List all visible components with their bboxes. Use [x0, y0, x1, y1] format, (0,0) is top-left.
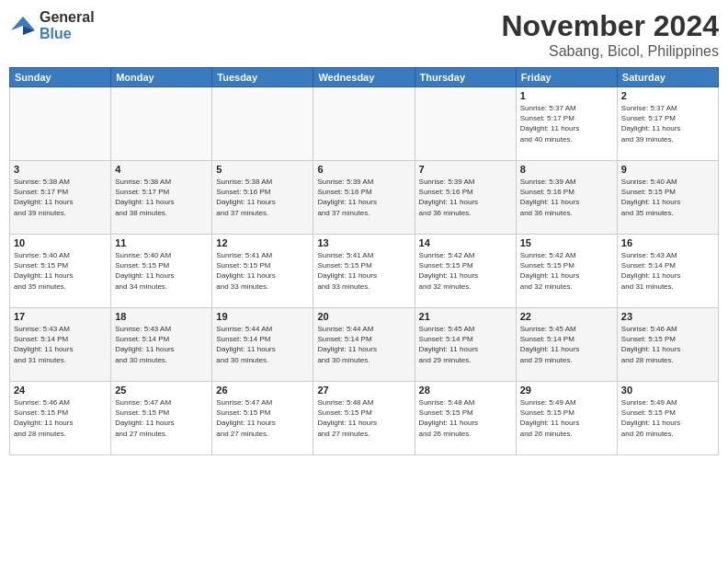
day-number: 24 [14, 385, 107, 396]
day-number: 22 [520, 311, 613, 322]
day-number: 21 [419, 311, 512, 322]
day-number: 7 [419, 164, 512, 175]
day-detail: Sunrise: 5:39 AM Sunset: 5:16 PM Dayligh… [419, 177, 512, 218]
day-number: 4 [115, 164, 208, 175]
day-number: 12 [216, 237, 309, 248]
col-saturday: Saturday [617, 68, 718, 87]
main-title: November 2024 [501, 9, 719, 43]
calendar-cell: 1Sunrise: 5:37 AM Sunset: 5:17 PM Daylig… [516, 87, 617, 161]
calendar-cell: 6Sunrise: 5:39 AM Sunset: 5:16 PM Daylig… [313, 161, 415, 235]
day-detail: Sunrise: 5:44 AM Sunset: 5:14 PM Dayligh… [216, 324, 309, 365]
day-number: 20 [317, 311, 410, 322]
day-detail: Sunrise: 5:39 AM Sunset: 5:16 PM Dayligh… [317, 177, 410, 218]
calendar-cell: 19Sunrise: 5:44 AM Sunset: 5:14 PM Dayli… [212, 308, 313, 382]
calendar-cell: 11Sunrise: 5:40 AM Sunset: 5:15 PM Dayli… [111, 235, 212, 308]
day-detail: Sunrise: 5:41 AM Sunset: 5:15 PM Dayligh… [317, 250, 410, 292]
day-number: 14 [419, 237, 512, 248]
calendar-cell: 3Sunrise: 5:38 AM Sunset: 5:17 PM Daylig… [10, 161, 111, 235]
day-detail: Sunrise: 5:37 AM Sunset: 5:17 PM Dayligh… [621, 103, 714, 144]
day-detail: Sunrise: 5:38 AM Sunset: 5:16 PM Dayligh… [216, 177, 309, 218]
day-detail: Sunrise: 5:37 AM Sunset: 5:17 PM Dayligh… [520, 103, 613, 144]
day-number: 13 [317, 237, 410, 248]
day-number: 1 [520, 90, 613, 101]
day-detail: Sunrise: 5:38 AM Sunset: 5:17 PM Dayligh… [115, 177, 208, 218]
calendar-cell: 25Sunrise: 5:47 AM Sunset: 5:15 PM Dayli… [111, 382, 212, 455]
calendar-cell [111, 87, 212, 161]
calendar-cell: 7Sunrise: 5:39 AM Sunset: 5:16 PM Daylig… [415, 161, 516, 235]
calendar-cell: 26Sunrise: 5:47 AM Sunset: 5:15 PM Dayli… [212, 382, 313, 455]
col-wednesday: Wednesday [313, 68, 415, 87]
day-detail: Sunrise: 5:47 AM Sunset: 5:15 PM Dayligh… [216, 397, 309, 439]
calendar-week-4: 17Sunrise: 5:43 AM Sunset: 5:14 PM Dayli… [10, 308, 719, 382]
day-detail: Sunrise: 5:43 AM Sunset: 5:14 PM Dayligh… [621, 250, 714, 292]
day-number: 28 [419, 385, 512, 396]
day-detail: Sunrise: 5:42 AM Sunset: 5:15 PM Dayligh… [520, 250, 613, 292]
logo-text: General Blue [40, 9, 95, 42]
day-detail: Sunrise: 5:48 AM Sunset: 5:15 PM Dayligh… [317, 397, 410, 439]
calendar-week-2: 3Sunrise: 5:38 AM Sunset: 5:17 PM Daylig… [10, 161, 719, 235]
day-detail: Sunrise: 5:41 AM Sunset: 5:15 PM Dayligh… [216, 250, 309, 292]
title-block: November 2024 Sabang, Bicol, Philippines [501, 9, 719, 60]
calendar-cell: 29Sunrise: 5:49 AM Sunset: 5:15 PM Dayli… [516, 382, 617, 455]
page: General Blue November 2024 Sabang, Bicol… [0, 0, 728, 563]
calendar-cell: 4Sunrise: 5:38 AM Sunset: 5:17 PM Daylig… [111, 161, 212, 235]
calendar-cell: 12Sunrise: 5:41 AM Sunset: 5:15 PM Dayli… [212, 235, 313, 308]
day-number: 19 [216, 311, 309, 322]
calendar-cell: 23Sunrise: 5:46 AM Sunset: 5:15 PM Dayli… [617, 308, 718, 382]
day-detail: Sunrise: 5:47 AM Sunset: 5:15 PM Dayligh… [115, 397, 208, 439]
header: General Blue November 2024 Sabang, Bicol… [9, 9, 719, 60]
day-number: 15 [520, 237, 613, 248]
calendar-cell: 27Sunrise: 5:48 AM Sunset: 5:15 PM Dayli… [313, 382, 415, 455]
day-detail: Sunrise: 5:44 AM Sunset: 5:14 PM Dayligh… [317, 324, 410, 365]
calendar-cell: 20Sunrise: 5:44 AM Sunset: 5:14 PM Dayli… [313, 308, 415, 382]
calendar-cell: 21Sunrise: 5:45 AM Sunset: 5:14 PM Dayli… [415, 308, 516, 382]
calendar: Sunday Monday Tuesday Wednesday Thursday… [9, 67, 719, 455]
day-number: 26 [216, 385, 309, 396]
calendar-cell [212, 87, 313, 161]
col-thursday: Thursday [415, 68, 516, 87]
day-number: 30 [621, 385, 714, 396]
calendar-cell: 17Sunrise: 5:43 AM Sunset: 5:14 PM Dayli… [10, 308, 111, 382]
day-number: 23 [621, 311, 714, 322]
calendar-cell: 2Sunrise: 5:37 AM Sunset: 5:17 PM Daylig… [617, 87, 718, 161]
logo-name: General Blue [9, 9, 95, 42]
day-detail: Sunrise: 5:43 AM Sunset: 5:14 PM Dayligh… [14, 324, 107, 365]
day-number: 5 [216, 164, 309, 175]
calendar-cell: 14Sunrise: 5:42 AM Sunset: 5:15 PM Dayli… [415, 235, 516, 308]
calendar-cell: 30Sunrise: 5:49 AM Sunset: 5:15 PM Dayli… [617, 382, 718, 455]
calendar-cell: 8Sunrise: 5:39 AM Sunset: 5:16 PM Daylig… [516, 161, 617, 235]
day-detail: Sunrise: 5:40 AM Sunset: 5:15 PM Dayligh… [14, 250, 107, 292]
day-detail: Sunrise: 5:38 AM Sunset: 5:17 PM Dayligh… [14, 177, 107, 218]
col-tuesday: Tuesday [212, 68, 313, 87]
day-number: 6 [317, 164, 410, 175]
subtitle: Sabang, Bicol, Philippines [501, 43, 719, 60]
day-detail: Sunrise: 5:43 AM Sunset: 5:14 PM Dayligh… [115, 324, 208, 365]
day-detail: Sunrise: 5:40 AM Sunset: 5:15 PM Dayligh… [115, 250, 208, 292]
day-detail: Sunrise: 5:49 AM Sunset: 5:15 PM Dayligh… [621, 397, 714, 439]
day-number: 2 [621, 90, 714, 101]
logo-icon [9, 12, 37, 40]
calendar-cell: 22Sunrise: 5:45 AM Sunset: 5:14 PM Dayli… [516, 308, 617, 382]
day-number: 11 [115, 237, 208, 248]
day-number: 18 [115, 311, 208, 322]
calendar-cell: 5Sunrise: 5:38 AM Sunset: 5:16 PM Daylig… [212, 161, 313, 235]
day-detail: Sunrise: 5:49 AM Sunset: 5:15 PM Dayligh… [520, 397, 613, 439]
calendar-cell: 10Sunrise: 5:40 AM Sunset: 5:15 PM Dayli… [10, 235, 111, 308]
day-detail: Sunrise: 5:45 AM Sunset: 5:14 PM Dayligh… [520, 324, 613, 365]
calendar-week-3: 10Sunrise: 5:40 AM Sunset: 5:15 PM Dayli… [10, 235, 719, 308]
day-detail: Sunrise: 5:45 AM Sunset: 5:14 PM Dayligh… [419, 324, 512, 365]
calendar-week-5: 24Sunrise: 5:46 AM Sunset: 5:15 PM Dayli… [10, 382, 719, 455]
col-friday: Friday [516, 68, 617, 87]
logo: General Blue [9, 9, 95, 42]
day-number: 8 [520, 164, 613, 175]
calendar-cell: 15Sunrise: 5:42 AM Sunset: 5:15 PM Dayli… [516, 235, 617, 308]
calendar-week-1: 1Sunrise: 5:37 AM Sunset: 5:17 PM Daylig… [10, 87, 719, 161]
day-number: 3 [14, 164, 107, 175]
day-number: 10 [14, 237, 107, 248]
day-number: 25 [115, 385, 208, 396]
day-number: 9 [621, 164, 714, 175]
day-detail: Sunrise: 5:46 AM Sunset: 5:15 PM Dayligh… [14, 397, 107, 439]
day-detail: Sunrise: 5:48 AM Sunset: 5:15 PM Dayligh… [419, 397, 512, 439]
calendar-header-row: Sunday Monday Tuesday Wednesday Thursday… [10, 68, 719, 87]
calendar-cell: 16Sunrise: 5:43 AM Sunset: 5:14 PM Dayli… [617, 235, 718, 308]
